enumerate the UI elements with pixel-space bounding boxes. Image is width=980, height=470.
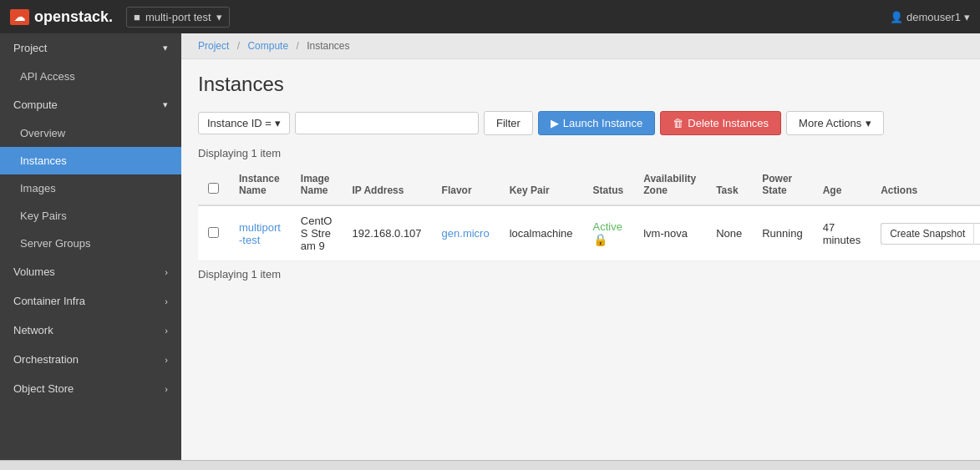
sidebar-item-overview[interactable]: Overview [0, 119, 181, 147]
table-wrapper: InstanceName ImageName IP Address Flavor… [198, 164, 963, 287]
more-actions-button[interactable]: More Actions ▾ [786, 111, 884, 135]
row-availability-zone: lvm-nova [633, 205, 706, 261]
table-display-info: Displaying 1 item [181, 142, 980, 164]
sidebar-section-container-infra[interactable]: Container Infra › [0, 286, 181, 316]
select-all-checkbox[interactable] [208, 183, 219, 194]
breadcrumb-sep-1: / [237, 40, 240, 52]
create-snapshot-button[interactable]: Create Snapshot [881, 223, 973, 245]
sidebar-section-object-store[interactable]: Object Store › [0, 374, 181, 403]
sidebar-section-volumes[interactable]: Volumes › [0, 257, 181, 286]
nav-left: ☁ openstack. ■ multi-port test ▾ [10, 7, 230, 28]
sidebar-section-project-label: Project [13, 42, 47, 54]
user-icon: 👤 [890, 11, 903, 23]
breadcrumb: Project / Compute / Instances [181, 33, 980, 59]
header-age: Age [813, 164, 871, 205]
row-checkbox-cell [198, 205, 229, 261]
top-navigation: ☁ openstack. ■ multi-port test ▾ 👤 demou… [0, 0, 980, 33]
sidebar-section-volumes-label: Volumes [13, 265, 55, 278]
main-content: Project / Compute / Instances Instances … [181, 33, 980, 470]
table-header-row: InstanceName ImageName IP Address Flavor… [198, 164, 980, 205]
availability-zone-text: lvm-nova [643, 227, 688, 240]
key-pair-text: localmachine [510, 227, 573, 240]
status-text: Active [593, 220, 622, 233]
filter-select-label: Instance ID = [207, 117, 272, 129]
header-task: Task [706, 164, 752, 205]
project-chevron-icon: ▾ [163, 43, 168, 53]
sidebar-item-instances[interactable]: Instances [0, 147, 181, 174]
sidebar-item-server-groups[interactable]: Server Groups [0, 230, 181, 257]
breadcrumb-sep-2: / [296, 40, 298, 52]
sidebar: Project ▾ API Access Compute ▾ Overview … [0, 33, 181, 470]
project-name: multi-port test [145, 11, 211, 23]
instance-name-link[interactable]: multiport-test [239, 221, 281, 246]
sidebar-item-overview-label: Overview [20, 127, 65, 139]
row-instance-name: multiport-test [229, 205, 291, 261]
filter-select[interactable]: Instance ID = ▾ [198, 112, 290, 134]
row-age: 47 minutes [813, 205, 871, 261]
header-availability-zone: AvailabilityZone [633, 164, 706, 205]
toolbar: Instance ID = ▾ Filter ▶ Launch Instance… [181, 104, 980, 142]
user-menu[interactable]: 👤 demouser1 ▾ [890, 11, 970, 23]
logo-icon: ☁ [10, 9, 29, 25]
breadcrumb-compute[interactable]: Compute [247, 40, 288, 52]
flavor-link[interactable]: gen.micro [442, 227, 490, 240]
volumes-chevron-icon: › [165, 267, 168, 277]
launch-icon: ▶ [551, 117, 559, 129]
logo-text: openstack. [34, 8, 113, 26]
header-power-state: PowerState [752, 164, 812, 205]
delete-instances-button[interactable]: 🗑 Delete Instances [660, 111, 781, 135]
trash-icon: 🗑 [673, 117, 683, 129]
row-actions: Create Snapshot ▾ ➤ [871, 205, 980, 261]
network-chevron-icon: › [165, 326, 168, 336]
sidebar-section-orchestration[interactable]: Orchestration › [0, 345, 181, 374]
sidebar-item-images[interactable]: Images [0, 174, 181, 202]
row-power-state: Running [752, 205, 812, 261]
sidebar-item-key-pairs[interactable]: Key Pairs [0, 202, 181, 230]
sidebar-section-compute-label: Compute [13, 99, 58, 111]
sidebar-section-compute[interactable]: Compute ▾ [0, 90, 181, 119]
action-dropdown-toggle[interactable]: ▾ [973, 223, 980, 245]
project-selector[interactable]: ■ multi-port test ▾ [126, 7, 230, 28]
row-key-pair: localmachine [500, 205, 583, 261]
orchestration-chevron-icon: › [165, 355, 168, 365]
breadcrumb-instances: Instances [307, 40, 349, 52]
project-dropdown-icon: ▾ [216, 11, 222, 23]
row-image-name: CentOS Stream 9 [291, 205, 343, 261]
sidebar-item-key-pairs-label: Key Pairs [20, 210, 67, 222]
sidebar-section-network-label: Network [13, 324, 53, 336]
action-button-group: Create Snapshot ▾ [881, 223, 980, 245]
launch-instance-button[interactable]: ▶ Launch Instance [538, 111, 655, 135]
image-name-text: CentOS Stream 9 [301, 215, 333, 252]
age-text: 47 minutes [823, 221, 861, 246]
user-dropdown-icon: ▾ [964, 11, 970, 23]
filter-input[interactable] [295, 112, 479, 134]
launch-instance-label: Launch Instance [563, 117, 642, 129]
header-image-name: ImageName [291, 164, 343, 205]
row-checkbox[interactable] [208, 227, 219, 238]
more-actions-label: More Actions [799, 117, 861, 129]
row-task: None [706, 205, 752, 261]
sidebar-item-images-label: Images [20, 182, 56, 195]
object-store-chevron-icon: › [165, 384, 168, 394]
instances-table: InstanceName ImageName IP Address Flavor… [198, 164, 980, 261]
filter-button[interactable]: Filter [484, 111, 533, 135]
horizontal-scrollbar[interactable] [0, 460, 980, 470]
table-row: multiport-test CentOS Stream 9 192.168.0… [198, 205, 980, 261]
row-ip-address: 192.168.0.107 [342, 205, 431, 261]
sidebar-section-object-store-label: Object Store [13, 382, 74, 395]
header-ip-address: IP Address [342, 164, 431, 205]
sidebar-item-api-access[interactable]: API Access [0, 63, 181, 90]
header-status: Status [583, 164, 634, 205]
openstack-logo: ☁ openstack. [10, 8, 113, 26]
filter-select-chevron-icon: ▾ [275, 117, 281, 129]
row-flavor: gen.micro [432, 205, 500, 261]
page-title: Instances [198, 73, 963, 96]
sidebar-section-network[interactable]: Network › [0, 316, 181, 345]
more-actions-chevron-icon: ▾ [866, 117, 871, 129]
page-header: Instances [181, 59, 980, 104]
sidebar-section-project[interactable]: Project ▾ [0, 33, 181, 63]
header-key-pair: Key Pair [500, 164, 583, 205]
breadcrumb-project[interactable]: Project [198, 40, 229, 52]
table-display-info-bottom: Displaying 1 item [198, 261, 963, 287]
header-actions: Actions [871, 164, 980, 205]
